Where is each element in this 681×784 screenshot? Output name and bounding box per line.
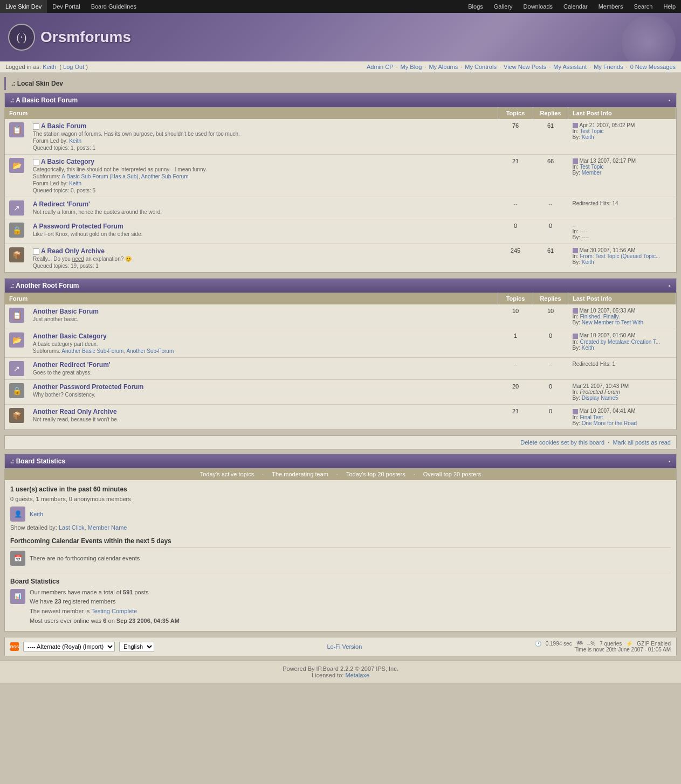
power-line2: Licensed to: Metalaxe	[4, 672, 677, 678]
forum-icon-normal: 📂	[9, 158, 24, 173]
topics-count: 21	[498, 155, 533, 197]
nav-blogs[interactable]: Blogs	[463, 0, 489, 13]
subforum-link[interactable]: A Basic Sub-Forum (Has a Sub)	[61, 174, 138, 179]
nav-live-skin-dev[interactable]: Live Skin Dev	[0, 0, 47, 13]
nav-search[interactable]: Search	[629, 0, 658, 13]
my-albums-link[interactable]: My Albums	[429, 64, 458, 70]
my-blog-link[interactable]: My Blog	[401, 64, 422, 70]
logged-in-username[interactable]: Keith	[43, 64, 56, 70]
last-topic-link[interactable]: Test Topic	[580, 128, 603, 134]
last-user-link[interactable]: Keith	[582, 345, 594, 351]
redirect-hits: Redirected Hits: 1	[573, 361, 672, 367]
lang-select[interactable]: English	[119, 642, 154, 651]
forum-name: Another Basic Category	[33, 332, 494, 340]
replies-count: 61	[533, 119, 568, 155]
subforum-link2[interactable]: Another Sub-Forum	[126, 348, 174, 354]
last-click-link[interactable]: Last Click	[59, 524, 85, 531]
last-user-link[interactable]: Display Name5	[582, 395, 618, 401]
forum-info-cell: Another Read Only Archive Not really rea…	[29, 405, 498, 429]
header-mascot	[616, 13, 681, 61]
forum-icon-cell: ↗	[5, 197, 29, 219]
topics-count: 21	[498, 405, 533, 429]
nav-gallery[interactable]: Gallery	[489, 0, 518, 13]
last-post-info: Mar 21 2007, 10:43 PM In: Protected Foru…	[568, 380, 676, 405]
last-topic-link[interactable]: Finished, Finally.	[580, 314, 620, 320]
forum-link[interactable]: A Basic Category	[41, 158, 94, 165]
checkbox-icon	[33, 248, 39, 255]
collapse-stats-icon[interactable]: ▪	[669, 458, 671, 464]
subforum-link[interactable]: Another Basic Sub-Forum	[61, 348, 123, 354]
delete-cookies-link[interactable]: Delete cookies set by this board	[520, 439, 604, 446]
clock-icon: 🕐	[535, 641, 541, 647]
forum-info-cell: Another Basic Category A basic category …	[29, 329, 498, 358]
last-user-link[interactable]: New Member to Test With	[582, 320, 643, 325]
nav-dev-portal[interactable]: Dev Portal	[47, 0, 85, 13]
last-topic-link[interactable]: Test Topic	[580, 164, 603, 170]
forum-icon-cell: 📋	[5, 304, 29, 329]
active-user-link[interactable]: Keith	[30, 511, 43, 517]
member-name-link[interactable]: Member Name	[88, 524, 127, 531]
mark-all-link[interactable]: Mark all posts as read	[613, 439, 671, 446]
last-post-info: Apr 21 2007, 05:02 PM In: Test Topic By:…	[568, 119, 676, 155]
last-topic-link[interactable]: Final Test	[580, 414, 603, 420]
moderating-team-link[interactable]: The moderating team	[272, 471, 328, 477]
forum-link[interactable]: A Redirect 'Forum'	[33, 200, 90, 208]
top-nav-left: Live Skin Dev Dev Portal Board Guideline…	[0, 0, 142, 13]
forum-link[interactable]: A Password Protected Forum	[33, 223, 123, 230]
forum-link[interactable]: Another Basic Category	[33, 332, 107, 340]
replies-count: 0	[533, 380, 568, 405]
view-new-posts-link[interactable]: View New Posts	[504, 64, 546, 70]
last-date: Mar 10 2007, 05:33 AM	[580, 308, 636, 314]
nav-help[interactable]: Help	[658, 0, 681, 13]
subforum-link2[interactable]: Another Sub-Forum	[141, 174, 189, 179]
th-forum: Forum	[5, 107, 498, 119]
last-user-link[interactable]: Member	[582, 170, 602, 176]
last-topic-link[interactable]: Created by Metalaxe Creation T...	[580, 339, 660, 345]
forum-led-link[interactable]: Keith	[69, 138, 81, 144]
forum-queued: Queued topics: 19, posts: 1	[33, 263, 494, 269]
forum-icon-cell: 📂	[5, 155, 29, 197]
user-avatar: 👤	[10, 507, 25, 522]
my-friends-link[interactable]: My Friends	[594, 64, 623, 70]
last-user-link[interactable]: One More for the Road	[582, 420, 637, 426]
skin-select[interactable]: ---- Alternate (Royal) (Import)	[23, 642, 115, 651]
collapse-basic-icon[interactable]: ▪	[669, 97, 671, 103]
th-forum: Forum	[5, 293, 498, 304]
last-user-link[interactable]: Keith	[582, 259, 594, 265]
logout-link[interactable]: Log Out	[63, 64, 84, 70]
topics-count: 0	[498, 219, 533, 244]
active-topics-link[interactable]: Today's active topics	[200, 471, 254, 477]
new-messages-link[interactable]: 0 New Messages	[630, 64, 676, 70]
forum-link[interactable]: Another Basic Forum	[33, 308, 99, 315]
my-controls-link[interactable]: My Controls	[465, 64, 497, 70]
forum-link[interactable]: A Basic Forum	[41, 122, 86, 130]
nav-calendar[interactable]: Calendar	[558, 0, 593, 13]
my-assistant-link[interactable]: My Assistant	[553, 64, 587, 70]
forum-link[interactable]: Another Redirect 'Forum'	[33, 361, 111, 369]
licensee-link[interactable]: Metalaxe	[345, 672, 369, 678]
last-user-link[interactable]: Keith	[582, 134, 594, 140]
collapse-another-icon[interactable]: ▪	[669, 282, 671, 289]
last-topic-link[interactable]: From: Test Topic (Queued Topic...	[580, 253, 660, 259]
nav-downloads[interactable]: Downloads	[518, 0, 558, 13]
forum-link[interactable]: Another Password Protected Forum	[33, 383, 143, 391]
forum-icon-cell: 📂	[5, 329, 29, 358]
nav-members[interactable]: Members	[593, 0, 629, 13]
th-replies: Replies	[533, 107, 568, 119]
table-row: ↗ Another Redirect 'Forum' Goes to the g…	[5, 358, 676, 380]
replies-count: 0	[533, 219, 568, 244]
forum-led-link[interactable]: Keith	[69, 181, 81, 186]
admin-cp-link[interactable]: Admin CP	[367, 64, 394, 70]
newest-member-link[interactable]: Testing Complete	[91, 608, 137, 614]
forum-desc: A basic category part deux.	[33, 341, 494, 347]
replies-count: 10	[533, 304, 568, 329]
forum-link[interactable]: A Read Only Archive	[41, 247, 105, 255]
overall-top20-link[interactable]: Overall top 20 posters	[423, 471, 481, 477]
forum-link[interactable]: Another Read Only Archive	[33, 408, 117, 415]
forum-info-cell: Another Basic Forum Just another basic.	[29, 304, 498, 329]
lofi-version-link[interactable]: Lo-Fi Version	[327, 643, 362, 650]
nav-board-guidelines[interactable]: Board Guidelines	[86, 0, 142, 13]
top20-posters-link[interactable]: Today's top 20 posters	[346, 471, 405, 477]
forum-icon-cell: 🔒	[5, 219, 29, 244]
last-post-info: Mar 10 2007, 05:33 AM In: Finished, Fina…	[568, 304, 676, 329]
